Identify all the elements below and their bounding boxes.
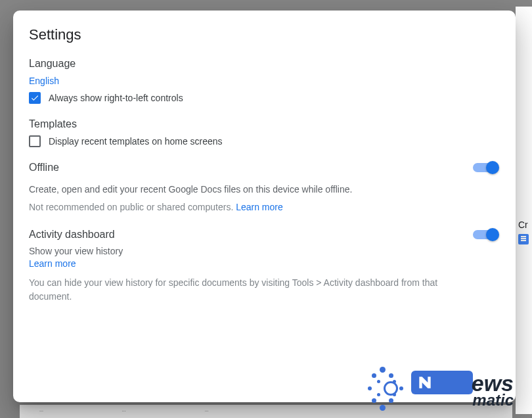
offline-toggle[interactable] <box>473 163 497 172</box>
language-section: Language English Always show right-to-le… <box>29 58 500 104</box>
background-sidebar-text: Cr <box>518 220 529 230</box>
templates-section: Templates Display recent templates on ho… <box>29 118 500 147</box>
activity-subtext: Show your view history <box>29 246 473 256</box>
newsmatic-logo: ews matic <box>365 365 514 413</box>
logo-ews-text: ews <box>472 373 514 394</box>
rtl-checkbox[interactable] <box>29 92 41 104</box>
newsmatic-logo-graphic-icon <box>365 365 406 413</box>
offline-warning-row: Not recommended on public or shared comp… <box>29 200 500 214</box>
activity-footnote: You can hide your view history for speci… <box>29 276 476 304</box>
templates-checkbox[interactable] <box>29 135 41 147</box>
rtl-checkbox-label: Always show right-to-left controls <box>49 93 183 103</box>
offline-learn-more-link[interactable]: Learn more <box>236 200 283 214</box>
templates-checkbox-row: Display recent templates on home screens <box>29 135 500 147</box>
language-heading: Language <box>29 58 500 70</box>
templates-checkbox-label: Display recent templates on home screens <box>49 136 223 147</box>
settings-dialog: Settings Language English Always show ri… <box>13 11 516 402</box>
rtl-checkbox-row: Always show right-to-left controls <box>29 92 500 104</box>
toggle-knob-icon <box>486 228 499 241</box>
activity-learn-more-link[interactable]: Learn more <box>29 258 76 269</box>
dialog-title: Settings <box>29 26 500 43</box>
offline-heading: Offline <box>29 162 473 174</box>
templates-heading: Templates <box>29 118 500 130</box>
checkmark-icon <box>30 93 39 103</box>
offline-section: Offline Create, open and edit your recen… <box>29 162 500 214</box>
offline-description: Create, open and edit your recent Google… <box>29 183 500 197</box>
logo-matic-text: matic <box>411 393 514 407</box>
newsmatic-logo-text: ews matic <box>411 371 514 407</box>
language-select-link[interactable]: English <box>29 76 59 86</box>
google-docs-icon <box>518 234 529 244</box>
activity-heading: Activity dashboard <box>29 229 473 241</box>
logo-n-box <box>411 371 473 394</box>
logo-n-letter-icon <box>416 374 433 391</box>
offline-warning-text: Not recommended on public or shared comp… <box>29 202 233 212</box>
activity-toggle[interactable] <box>473 230 497 239</box>
toggle-knob-icon <box>486 161 499 174</box>
background-sidebar: Cr <box>516 7 532 414</box>
activity-section: Activity dashboard Show your view histor… <box>29 229 500 304</box>
